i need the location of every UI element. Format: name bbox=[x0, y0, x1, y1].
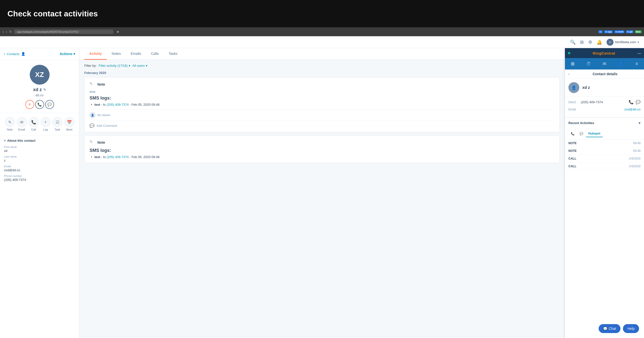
rc-activity-type-4: CALL bbox=[568, 164, 576, 168]
log-action-button[interactable]: + Log bbox=[41, 117, 50, 131]
action-buttons-row: ✎ Note ✉ Email 📞 Call + Log ☑ Task 📅 Mee bbox=[0, 117, 79, 135]
rc-tab-calls[interactable]: 📞 bbox=[568, 130, 577, 137]
bookmark-rc-app: rc-app bbox=[604, 30, 613, 33]
rc-direct-row: Direct (205) 409-7374 📞 💬 bbox=[568, 100, 640, 104]
rc-nav-dialpad-icon[interactable]: ⊞ bbox=[569, 60, 576, 68]
rc-body: ‹ Contact details 👤 xd z Direct (205) 40… bbox=[565, 70, 644, 338]
call-action-button[interactable]: 📞 Call bbox=[29, 117, 39, 131]
filter-chevron-icon: ▾ bbox=[129, 64, 130, 68]
tab-tasks[interactable]: Tasks bbox=[164, 48, 182, 60]
filter-activity-text: Filter activity (17/18) bbox=[99, 64, 128, 68]
rc-status-dot bbox=[568, 52, 570, 54]
rc-email-value[interactable]: zxd@dd.co bbox=[624, 107, 640, 111]
rc-recent-header[interactable]: Recent Activities ▾ bbox=[565, 117, 644, 128]
rc-tab-messages[interactable]: 💬 bbox=[577, 130, 586, 137]
date-section: February 2020 bbox=[84, 71, 560, 75]
rc-call-icon[interactable]: 📞 bbox=[629, 100, 634, 104]
last-name-value: z bbox=[4, 158, 75, 162]
add-comment-icon: 💬 bbox=[90, 123, 94, 128]
phone-value: (205) 409-7374 bbox=[4, 178, 75, 182]
rc-minimize-button[interactable]: — bbox=[638, 51, 641, 55]
actions-chevron: ▾ bbox=[73, 52, 75, 56]
help-button[interactable]: Help bbox=[623, 324, 639, 333]
search-icon[interactable]: 🔍 bbox=[570, 40, 576, 45]
sms-entry-1: test - to (205) 409-7374 - Feb 05, 2020 … bbox=[90, 103, 554, 106]
rc-contact-avatar: 👤 bbox=[568, 82, 579, 93]
meet-action-button[interactable]: 📅 Meet bbox=[64, 117, 74, 131]
email-action-icon: ✉ bbox=[17, 117, 27, 127]
filter-activity-button[interactable]: Filter activity (17/18) ▾ bbox=[99, 64, 130, 68]
rc-logo-ring: Ring bbox=[593, 51, 601, 55]
rc-logo-central: Central bbox=[602, 51, 615, 55]
chat-action-pill[interactable]: 💬 bbox=[45, 100, 54, 109]
edit-name-icon[interactable]: ✎ bbox=[44, 88, 46, 92]
refresh-icon[interactable]: ↻ bbox=[9, 30, 12, 34]
sms-phone-link-2[interactable]: (205) 409-7374 bbox=[106, 155, 129, 159]
activity-card-2: ✎ Note SMS logs: test - to (205) 409-737… bbox=[84, 135, 560, 163]
sms-to-text-2: - to bbox=[101, 155, 106, 159]
rc-activity-time-3: 2/4/2020 bbox=[629, 157, 640, 160]
contacts-person-icon: 👤 bbox=[21, 52, 25, 56]
filter-users-text: All users bbox=[132, 64, 145, 68]
rc-details-grid: Direct (205) 409-7374 📞 💬 Email zxd@dd.c… bbox=[565, 97, 644, 117]
bell-icon[interactable]: 🔔 bbox=[597, 40, 602, 45]
filter-users-button[interactable]: All users ▾ bbox=[132, 64, 148, 68]
main-layout: ‹ Contacts 👤 Actions ▾ XZ xd z ✎ dd.co R bbox=[0, 48, 644, 338]
rc-back-button[interactable]: ‹ bbox=[568, 72, 570, 76]
tab-emails[interactable]: Emails bbox=[126, 48, 146, 60]
banner-text: Check contact activities bbox=[8, 9, 98, 18]
task-action-label: Task bbox=[54, 128, 60, 131]
settings-icon[interactable]: ⚙ bbox=[588, 40, 592, 45]
call-action-pill[interactable]: 📞 bbox=[35, 100, 44, 109]
phone-label: Phone number bbox=[4, 175, 75, 178]
rc-tab-hubspot[interactable]: Hubspot bbox=[586, 130, 603, 137]
contacts-back-button[interactable]: ‹ Contacts 👤 bbox=[4, 52, 25, 56]
log-action-icon: + bbox=[41, 117, 50, 127]
chat-button[interactable]: 💬 Chat bbox=[599, 324, 621, 333]
no-owner-avatar: 👤 bbox=[90, 112, 96, 118]
add-comment-button[interactable]: 💬 Add Comment bbox=[90, 121, 554, 128]
contact-actions-row: R 📞 💬 bbox=[25, 100, 54, 109]
grid-icon[interactable]: ⊞ bbox=[580, 40, 584, 45]
sms-test-text: test bbox=[94, 103, 100, 106]
note-action-button[interactable]: ✎ Note bbox=[5, 117, 15, 131]
call-action-label: Call bbox=[31, 128, 36, 131]
user-domain: html5beta.com bbox=[615, 40, 636, 44]
rc-nav-history-icon[interactable]: ⏱ bbox=[584, 60, 593, 68]
nav-forward-icon[interactable]: › bbox=[6, 30, 7, 34]
nav-back-icon[interactable]: ‹ bbox=[2, 30, 4, 34]
rc-recent-tabs: 📞 💬 Hubspot bbox=[565, 128, 644, 139]
meet-action-icon: 📅 bbox=[64, 117, 74, 127]
browser-right-icons: rc rc-app rc-work rc-git New bbox=[598, 30, 642, 33]
rc-nav: ⊞ ⏱ ✉ 👤 ≡ bbox=[565, 58, 644, 70]
task-action-button[interactable]: ☑ Task bbox=[52, 117, 62, 131]
about-chevron-icon: ▾ bbox=[4, 139, 6, 142]
sms-phone-link[interactable]: (205) 409-7374 bbox=[106, 103, 129, 106]
user-menu[interactable]: U html5beta.com ▾ bbox=[606, 39, 639, 46]
add-comment-text: Add Comment bbox=[96, 124, 117, 127]
rc-sms-icon[interactable]: 💬 bbox=[636, 100, 640, 104]
left-sidebar: ‹ Contacts 👤 Actions ▾ XZ xd z ✎ dd.co R bbox=[0, 48, 79, 338]
about-header[interactable]: ▾ About this contact bbox=[4, 139, 75, 142]
rc-nav-menu-icon[interactable]: ≡ bbox=[634, 60, 640, 68]
filter-bar: Filter by: Filter activity (17/18) ▾ All… bbox=[84, 64, 560, 68]
url-bar[interactable]: app.hubspot.com/contacts/4920570/contact… bbox=[14, 30, 113, 34]
contact-avatar-initials: XZ bbox=[35, 71, 44, 79]
note-action-label: Note bbox=[7, 128, 13, 131]
tab-activity[interactable]: Activity bbox=[84, 48, 107, 60]
chat-help-row: 💬 Chat Help bbox=[599, 324, 639, 333]
first-name-value: xd bbox=[4, 149, 75, 153]
rc-nav-contacts-icon[interactable]: 👤 bbox=[616, 60, 626, 68]
tab-calls[interactable]: Calls bbox=[146, 48, 164, 60]
rc-action-pill[interactable]: R bbox=[25, 100, 34, 109]
email-action-button[interactable]: ✉ Email bbox=[17, 117, 27, 131]
rc-direct-phone: (205) 409-7374 bbox=[581, 100, 629, 104]
rc-contact-row: 👤 xd z bbox=[565, 79, 644, 97]
rc-nav-messages-icon[interactable]: ✉ bbox=[600, 60, 608, 68]
email-value: zxd@dd.co bbox=[4, 168, 75, 172]
tab-notes[interactable]: Notes bbox=[107, 48, 126, 60]
bookmark-new: New bbox=[635, 30, 642, 33]
rc-activity-time-1: 09:49 bbox=[633, 141, 640, 145]
contact-profile: XZ xd z ✎ dd.co R 📞 💬 bbox=[0, 60, 79, 113]
actions-button[interactable]: Actions ▾ bbox=[60, 52, 75, 56]
